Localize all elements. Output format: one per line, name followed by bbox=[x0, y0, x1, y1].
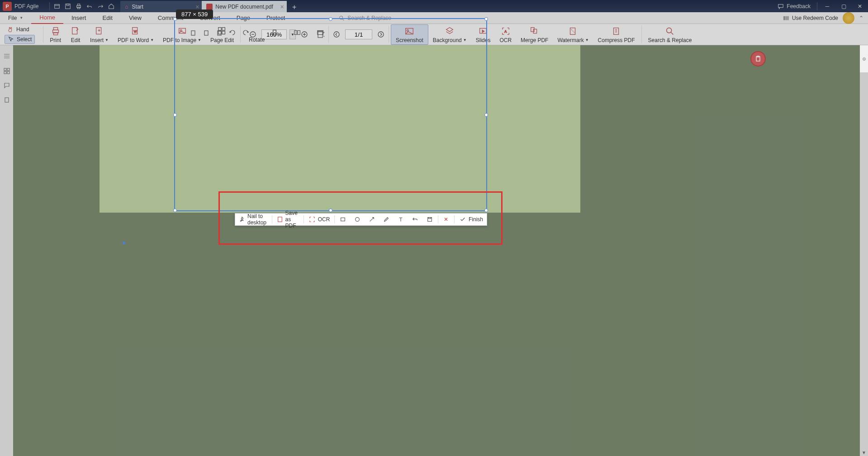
tab-pdf-document[interactable]: New PDF document.pdf × bbox=[202, 1, 286, 12]
close-button[interactable]: ✕ bbox=[852, 0, 868, 12]
nail-label: Nail to desktop bbox=[247, 213, 267, 226]
svg-rect-33 bbox=[613, 28, 618, 34]
new-tab-button[interactable]: + bbox=[289, 2, 300, 12]
pdf-to-word-icon: W bbox=[130, 26, 141, 37]
thumbnails-icon[interactable] bbox=[3, 67, 11, 75]
text-icon bbox=[397, 216, 404, 223]
edit-label: Edit bbox=[71, 37, 81, 43]
draw-arrow-button[interactable] bbox=[365, 214, 379, 225]
undo-icon[interactable] bbox=[84, 1, 95, 12]
menu-view[interactable]: View bbox=[121, 12, 150, 24]
pdf-to-word-button[interactable]: W PDF to Word▼ bbox=[113, 25, 158, 44]
undo-annotation-button[interactable] bbox=[408, 214, 422, 225]
pdf-icon bbox=[206, 4, 213, 10]
watermark-button[interactable]: Watermark▼ bbox=[553, 25, 593, 44]
maximize-button[interactable]: ▢ bbox=[835, 0, 852, 12]
ocr-button[interactable]: A OCR bbox=[495, 25, 516, 44]
print-label: Print bbox=[50, 37, 61, 43]
tab-start-label: Start bbox=[132, 4, 143, 10]
search-replace-button[interactable]: Search & Replace bbox=[644, 25, 697, 44]
svg-rect-43 bbox=[7, 68, 9, 71]
close-icon[interactable]: × bbox=[280, 3, 284, 10]
selection-dimensions-badge: 877 × 539 bbox=[176, 10, 213, 19]
resize-handle-tm[interactable] bbox=[329, 17, 332, 21]
ocr-label: OCR bbox=[499, 37, 512, 43]
merge-pdf-button[interactable]: Merge PDF bbox=[516, 25, 553, 44]
save-icon[interactable] bbox=[62, 1, 73, 12]
select-icon bbox=[8, 36, 14, 43]
svg-rect-4 bbox=[78, 4, 80, 5]
resize-handle-tr[interactable] bbox=[484, 17, 488, 21]
redeem-code-button[interactable]: Use Redeem Code bbox=[783, 15, 838, 21]
draw-rect-button[interactable] bbox=[336, 214, 350, 225]
menu-edit[interactable]: Edit bbox=[94, 12, 120, 24]
svg-rect-1 bbox=[66, 4, 71, 9]
scroll-down-icon[interactable]: ▼ bbox=[860, 449, 868, 456]
menu-insert[interactable]: Insert bbox=[63, 12, 95, 24]
nail-to-desktop-button[interactable]: Nail to desktop bbox=[235, 214, 271, 225]
save-annotation-button[interactable] bbox=[422, 214, 437, 225]
bookmarks-icon[interactable] bbox=[3, 52, 11, 61]
screenshot-selection[interactable] bbox=[174, 18, 487, 211]
hand-label: Hand bbox=[16, 26, 29, 33]
arrow-icon bbox=[368, 216, 375, 223]
chevron-down-icon: ▼ bbox=[105, 38, 109, 42]
save-as-pdf-button[interactable]: Save as PDF bbox=[273, 214, 303, 225]
menu-home[interactable]: Home bbox=[31, 12, 63, 24]
draw-brush-button[interactable] bbox=[379, 214, 394, 225]
right-properties-icon[interactable]: ⚙ bbox=[860, 45, 868, 72]
comments-icon[interactable] bbox=[3, 81, 11, 90]
attachments-icon[interactable] bbox=[3, 96, 11, 104]
screenshot-ocr-button[interactable]: OCR bbox=[305, 214, 334, 225]
save-icon bbox=[426, 216, 433, 223]
hand-tool[interactable]: Hand bbox=[5, 25, 35, 33]
hand-icon bbox=[7, 26, 14, 33]
edit-button[interactable]: Edit bbox=[66, 25, 85, 44]
cursor-marker bbox=[123, 242, 125, 244]
resize-handle-mr[interactable] bbox=[484, 113, 488, 117]
draw-text-button[interactable] bbox=[394, 214, 408, 225]
save-pdf-label: Save as PDF bbox=[285, 210, 299, 229]
svg-rect-12 bbox=[96, 27, 101, 34]
rect-icon bbox=[339, 216, 346, 223]
feedback-button[interactable]: Feedback bbox=[773, 3, 815, 10]
cancel-screenshot-button[interactable]: ✕ bbox=[439, 214, 453, 225]
finish-screenshot-button[interactable]: Finish bbox=[455, 214, 487, 225]
svg-text:A: A bbox=[504, 29, 507, 33]
file-menu[interactable]: File ▼ bbox=[0, 12, 31, 24]
ocr-icon: A bbox=[500, 26, 511, 37]
insert-button[interactable]: Insert▼ bbox=[85, 25, 113, 44]
redo-icon[interactable] bbox=[95, 1, 106, 12]
compress-pdf-button[interactable]: Compress PDF bbox=[593, 25, 640, 44]
check-icon bbox=[459, 216, 466, 223]
app-logo: P bbox=[3, 2, 12, 11]
floating-action-button[interactable] bbox=[750, 51, 766, 66]
merge-pdf-label: Merge PDF bbox=[521, 37, 548, 43]
minimize-button[interactable]: ─ bbox=[819, 0, 835, 12]
finish-label: Finish bbox=[469, 216, 483, 223]
watermark-label: Watermark bbox=[557, 37, 583, 43]
select-tool[interactable]: Select bbox=[5, 35, 35, 44]
insert-icon bbox=[94, 26, 105, 37]
svg-rect-5 bbox=[78, 7, 80, 9]
print-button[interactable]: Print bbox=[45, 25, 66, 44]
svg-rect-46 bbox=[5, 98, 9, 102]
resize-handle-bm[interactable] bbox=[329, 209, 332, 212]
svg-rect-31 bbox=[533, 29, 536, 33]
resize-handle-bl[interactable] bbox=[173, 209, 177, 212]
resize-handle-br[interactable] bbox=[484, 209, 488, 212]
svg-rect-2 bbox=[67, 4, 69, 5]
vertical-scrollbar[interactable]: ▲ ▼ bbox=[860, 45, 868, 456]
print-icon[interactable] bbox=[73, 1, 84, 12]
resize-handle-ml[interactable] bbox=[173, 113, 177, 117]
home-icon[interactable] bbox=[106, 1, 117, 12]
close-icon: ✕ bbox=[442, 216, 450, 223]
app-name: PDF Agile bbox=[14, 3, 38, 10]
draw-circle-button[interactable] bbox=[350, 214, 365, 225]
open-icon[interactable] bbox=[52, 1, 62, 12]
collapse-ribbon-icon[interactable]: ⌃ bbox=[859, 15, 863, 21]
clipboard-icon bbox=[754, 55, 762, 62]
svg-rect-0 bbox=[55, 4, 60, 8]
watermark-icon bbox=[568, 26, 579, 37]
user-avatar[interactable] bbox=[843, 12, 854, 24]
